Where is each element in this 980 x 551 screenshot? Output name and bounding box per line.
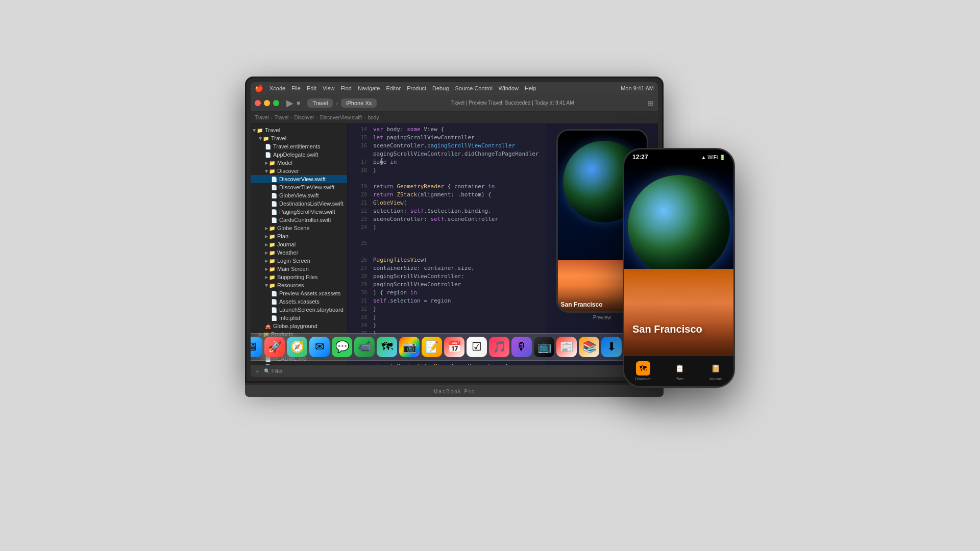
breadcrumb: Travel › Travel › Discover › DiscoverVie… <box>251 112 658 124</box>
sidebar-item-appdelegate[interactable]: 📄 AppDelegate.swift <box>251 151 347 159</box>
dock-icon-maps[interactable]: 🗺 <box>377 337 397 357</box>
sidebar-item-travel[interactable]: ▶ 📁 Travel <box>251 134 347 142</box>
stop-button[interactable]: ■ <box>297 99 300 107</box>
macbook-base: MacBook Pro <box>245 383 664 397</box>
sidebar-item-preview-assets[interactable]: 📄 Preview Assets.xcassets <box>251 289 347 297</box>
iphone-screen: 12:27 ▲ WiFi 🔋 San Francisco 🗺 Discover … <box>624 149 733 386</box>
macbook-screen: 🍎 Xcode File Edit View Find Navigate Edi… <box>251 82 658 377</box>
menu-find[interactable]: Find <box>341 85 352 91</box>
iphone-sf-card: San Francisco <box>624 269 733 356</box>
dock-icon-notes[interactable]: 📝 <box>422 337 442 357</box>
sidebar-item-resources[interactable]: ▶ 📁 Resources <box>251 281 347 289</box>
menu-file[interactable]: File <box>291 85 301 91</box>
iphone-notch <box>658 149 699 161</box>
dock-icon-messages[interactable]: 💬 <box>332 337 352 357</box>
macbook: 🍎 Xcode File Edit View Find Navigate Edi… <box>245 77 664 474</box>
dock-icon-appletv[interactable]: 📺 <box>534 337 554 357</box>
sidebar-item-cards[interactable]: 📄 CardsController.swift <box>251 216 347 224</box>
menu-debug[interactable]: Debug <box>432 85 449 91</box>
xcode-bottom-bar: ＋ 🔍 Filter ⊞ <box>251 365 658 377</box>
sidebar-item-assets[interactable]: 📄 Assets.xcassets <box>251 297 347 306</box>
macbook-lid: 🍎 Xcode File Edit View Find Navigate Edi… <box>245 77 664 383</box>
sidebar-item-plan[interactable]: ▶ 📁 Plan <box>251 232 347 240</box>
sidebar-item-launchscreen[interactable]: 📄 LaunchScreen.storyboard <box>251 306 347 314</box>
sidebar-item-journal[interactable]: ▶ 📁 Journal <box>251 240 347 248</box>
build-status: Travel | Preview Travel: Succeeded | Tod… <box>451 100 574 106</box>
sidebar-item-discovertileview[interactable]: 📄 DiscoverTileView.swift <box>251 183 347 191</box>
sidebar-item-destinationslist[interactable]: 📄 DestinationsListView.swift <box>251 199 347 208</box>
dock-icon-appstore[interactable]: ⬇ <box>601 337 622 357</box>
preview-city-label: San Francisco <box>561 301 603 308</box>
sidebar-item-globe-playground[interactable]: 🎪 Globe.playground <box>251 322 347 330</box>
discover-tab-label: Discover <box>635 377 651 381</box>
project-navigator[interactable]: ▶ 📁 Travel ▶ 📁 Travel 📄 <box>251 124 348 365</box>
bottom-bar-add[interactable]: ＋ <box>255 368 260 375</box>
device-selector[interactable]: iPhone Xs <box>341 98 377 108</box>
menu-view[interactable]: View <box>323 85 335 91</box>
dock-icon-news[interactable]: 📰 <box>556 337 577 357</box>
iphone-tab-journal[interactable]: 📔 Journal <box>708 361 723 381</box>
code-editor[interactable]: 14var body: some View { 15 let pagingScr… <box>348 124 546 365</box>
dock-icon-facetime[interactable]: 📹 <box>354 337 375 357</box>
preview-label: Preview <box>593 315 611 320</box>
sidebar-item-globeview[interactable]: 📄 GlobeView.swift <box>251 191 347 199</box>
dock-icon-safari[interactable]: 🧭 <box>287 337 307 357</box>
dock-icon-mail[interactable]: ✉ <box>309 337 330 357</box>
play-button[interactable]: ▶ <box>286 97 293 109</box>
breadcrumb-travel1[interactable]: Travel <box>255 115 268 120</box>
sidebar-item-model[interactable]: ▶ 📁 Model <box>251 159 347 167</box>
dock-icon-books[interactable]: 📚 <box>579 337 599 357</box>
menu-help[interactable]: Help <box>525 85 536 91</box>
plan-tab-icon[interactable]: 📋 <box>673 361 687 375</box>
maximize-button[interactable] <box>273 100 279 106</box>
minimize-button[interactable] <box>264 100 270 106</box>
editor-area: 14var body: some View { 15 let pagingScr… <box>348 124 658 365</box>
dock-icon-podcasts[interactable]: 🎙 <box>511 337 532 357</box>
dock-icon-reminders[interactable]: ☑ <box>467 337 487 357</box>
breadcrumb-discover[interactable]: Discover <box>295 115 314 120</box>
close-button[interactable] <box>255 100 261 106</box>
menu-xcode[interactable]: Xcode <box>270 85 285 91</box>
sidebar-item-loginscreen[interactable]: ▶ 📁 Login Screen <box>251 257 347 265</box>
menu-editor[interactable]: Editor <box>386 85 401 91</box>
sidebar-item-weather[interactable]: ▶ 📁 Weather <box>251 248 347 257</box>
dock-icon-music[interactable]: 🎵 <box>489 337 509 357</box>
breadcrumb-travel2[interactable]: Travel <box>275 115 288 120</box>
sidebar-item-discoverview[interactable]: 📄 DiscoverView.swift <box>251 175 347 183</box>
sidebar-item-globescene[interactable]: ▶ 📁 Globe Scene <box>251 224 347 232</box>
sidebar-item-pagingscroll[interactable]: 📄 PagingScrollView.swift <box>251 208 347 216</box>
breadcrumb-symbol[interactable]: body <box>368 115 379 120</box>
sidebar-item-mainscreen[interactable]: ▶ 📁 Main Screen <box>251 265 347 273</box>
iphone-tab-discover[interactable]: 🗺 Discover <box>635 361 651 381</box>
dock-icon-calendar[interactable]: 📅 <box>444 337 464 357</box>
menu-edit[interactable]: Edit <box>307 85 316 91</box>
iphone-earth-globe <box>628 175 730 269</box>
discover-tab-icon[interactable]: 🗺 <box>636 361 650 375</box>
journal-tab-icon[interactable]: 📔 <box>708 361 723 375</box>
sidebar-item-entitlements[interactable]: 📄 Travel.entitlements <box>251 142 347 151</box>
sidebar-item-discover[interactable]: ▶ 📁 Discover <box>251 167 347 175</box>
iphone-status-icons: ▲ WiFi 🔋 <box>701 155 725 160</box>
iphone-device: 12:27 ▲ WiFi 🔋 San Francisco 🗺 Discover … <box>623 148 735 403</box>
dock-icon-photos[interactable]: 📷 <box>399 337 420 357</box>
iphone-body: 12:27 ▲ WiFi 🔋 San Francisco 🗺 Discover … <box>623 148 735 388</box>
journal-tab-label: Journal <box>709 377 722 381</box>
layout-toggle[interactable]: ⊞ <box>648 99 654 107</box>
sidebar-item-root[interactable]: ▶ 📁 Travel <box>251 126 347 134</box>
breadcrumb-file[interactable]: DiscoverView.swift <box>320 115 362 120</box>
iphone-tab-plan[interactable]: 📋 Plan <box>673 361 687 381</box>
menu-navigate[interactable]: Navigate <box>358 85 380 91</box>
menu-product[interactable]: Product <box>407 85 426 91</box>
bottom-bar-filter[interactable]: 🔍 Filter <box>264 368 283 374</box>
dock-icon-finder[interactable]: 🖥 <box>251 337 262 357</box>
menu-window[interactable]: Window <box>499 85 519 91</box>
menu-source-control[interactable]: Source Control <box>455 85 492 91</box>
sidebar-item-supporting[interactable]: ▶ 📁 Supporting Files <box>251 273 347 281</box>
xcode-menubar: 🍎 Xcode File Edit View Find Navigate Edi… <box>251 82 658 94</box>
apple-menu-icon[interactable]: 🍎 <box>255 84 263 92</box>
iphone-tab-bar: 🗺 Discover 📋 Plan 📔 Journal <box>624 356 733 386</box>
dock-icon-launchpad[interactable]: 🚀 <box>264 337 285 357</box>
xcode-main-body: ▶ 📁 Travel ▶ 📁 Travel 📄 <box>251 124 658 365</box>
scheme-selector[interactable]: Travel <box>307 98 333 108</box>
sidebar-item-infoplist[interactable]: 📄 Info.plist <box>251 314 347 322</box>
